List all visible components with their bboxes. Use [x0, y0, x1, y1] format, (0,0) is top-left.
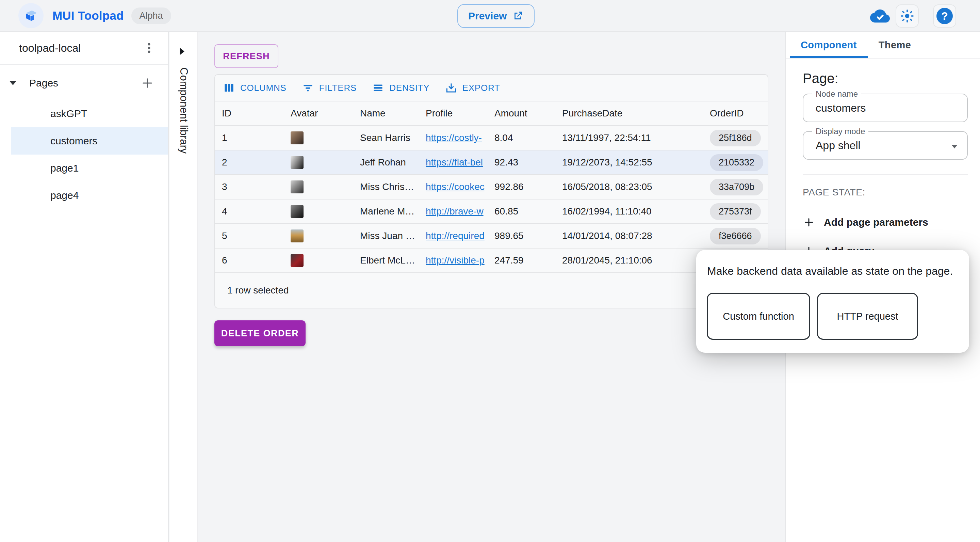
caret-right-icon[interactable]: [180, 48, 185, 55]
selection-status: 1 row selected: [227, 285, 289, 296]
help-icon: ?: [937, 8, 953, 24]
cell-amount: 8.04: [488, 132, 555, 143]
avatar: [291, 254, 304, 267]
node-name-label: Node name: [812, 89, 861, 99]
add-page-parameters-button[interactable]: Add page parameters: [803, 216, 968, 228]
divider: [803, 174, 968, 175]
open-in-new-icon: [512, 10, 524, 22]
column-header-purchasedate[interactable]: PurchaseDate: [555, 108, 703, 119]
cell-amount: 247.59: [488, 255, 555, 266]
cell-purchasedate: 13/11/1997, 22:54:11: [555, 132, 703, 143]
toolpad-logo-icon: [18, 3, 43, 28]
http-request-button[interactable]: HTTP request: [817, 293, 918, 340]
order-id-chip: 2105332: [710, 154, 763, 171]
sidebar-item-askgpt[interactable]: askGPT: [11, 100, 168, 128]
order-id-chip: 33a709b: [710, 179, 763, 195]
profile-link[interactable]: https://flat-bel: [426, 157, 488, 168]
delete-order-button[interactable]: DELETE ORDER: [215, 320, 305, 346]
export-button-label: EXPORT: [463, 83, 500, 93]
inspector-tabs: Component Theme: [786, 32, 980, 59]
data-grid-footer: 1 row selected: [215, 273, 768, 308]
order-id-chip: 275373f: [710, 203, 761, 220]
column-header-name[interactable]: Name: [353, 108, 419, 119]
theme-toggle-button[interactable]: [896, 5, 919, 27]
version-badge: Alpha: [131, 8, 171, 24]
column-header-profile[interactable]: Profile: [419, 108, 488, 119]
profile-link[interactable]: https://costly-: [426, 132, 488, 143]
deploy-status-button[interactable]: [870, 6, 890, 26]
help-glyph: ?: [941, 10, 948, 22]
popover-title: Make backend data available as state on …: [707, 265, 953, 277]
display-mode-select[interactable]: Display mode App shell: [803, 131, 968, 160]
cell-name: Miss Juan …: [353, 231, 419, 241]
columns-button[interactable]: COLUMNS: [223, 81, 286, 94]
sidebar-item-page4[interactable]: page4: [11, 182, 168, 209]
pages-sidebar: toolpad-local Pages askGPT customers pag…: [0, 32, 169, 542]
density-icon: [372, 81, 385, 94]
table-row[interactable]: 6 Elbert McL… http://visible-p 247.59 28…: [215, 249, 768, 273]
profile-link[interactable]: http://visible-p: [426, 255, 488, 266]
cloud-check-icon: [870, 6, 890, 26]
profile-link[interactable]: http://required: [426, 231, 488, 241]
refresh-button[interactable]: REFRESH: [215, 44, 278, 68]
data-grid-header-row: ID Avatar Name Profile Amount PurchaseDa…: [215, 101, 768, 126]
column-header-amount[interactable]: Amount: [488, 108, 555, 119]
tab-theme[interactable]: Theme: [868, 32, 922, 58]
cell-name: Marlene M…: [353, 206, 419, 217]
profile-link[interactable]: https://cookec: [426, 182, 488, 192]
density-button-label: DENSITY: [389, 83, 430, 93]
mui-toolpad-editor: MUI Toolpad Alpha Preview: [0, 0, 980, 542]
cell-amount: 992.86: [488, 182, 555, 192]
order-id-chip: 25f186d: [710, 130, 761, 147]
preview-button-label: Preview: [468, 10, 507, 22]
project-header: toolpad-local: [0, 32, 168, 65]
cell-id: 2: [215, 157, 284, 168]
customers-data-grid[interactable]: COLUMNS FILTERS DENSITY: [215, 74, 768, 308]
tab-component[interactable]: Component: [790, 32, 868, 58]
cell-name: Elbert McL…: [353, 255, 419, 266]
pages-tree-header[interactable]: Pages: [0, 66, 168, 100]
table-row[interactable]: 1 Sean Harris https://costly- 8.04 13/11…: [215, 126, 768, 150]
add-page-parameters-label: Add page parameters: [824, 217, 928, 228]
cell-amount: 989.65: [488, 231, 555, 241]
profile-link[interactable]: http://brave-w: [426, 206, 488, 217]
cell-id: 4: [215, 206, 284, 217]
top-app-bar: MUI Toolpad Alpha Preview: [0, 0, 980, 32]
node-name-field[interactable]: Node name: [803, 94, 968, 122]
cell-purchasedate: 19/12/2073, 14:52:55: [555, 157, 703, 168]
table-row-selected[interactable]: 2 Jeff Rohan https://flat-bel 92.43 19/1…: [215, 150, 768, 175]
download-icon: [445, 81, 458, 94]
project-name: toolpad-local: [19, 42, 142, 54]
table-row[interactable]: 4 Marlene M… http://brave-w 60.85 16/02/…: [215, 199, 768, 224]
preview-button[interactable]: Preview: [457, 4, 535, 28]
density-button[interactable]: DENSITY: [372, 81, 430, 94]
sidebar-item-customers[interactable]: customers: [11, 128, 168, 155]
cell-id: 6: [215, 255, 284, 266]
page-heading: Page:: [803, 71, 968, 86]
component-library-panel[interactable]: Component library: [169, 32, 198, 542]
cell-name: Miss Chris…: [353, 182, 419, 192]
kebab-menu-icon[interactable]: [142, 41, 156, 55]
avatar: [291, 131, 304, 144]
inspector-content: Page: Node name Display mode App shell P…: [786, 71, 980, 257]
column-header-orderid[interactable]: OrderID: [703, 108, 768, 119]
table-row[interactable]: 3 Miss Chris… https://cookec 992.86 16/0…: [215, 175, 768, 199]
cell-purchasedate: 28/01/2045, 21:10:06: [555, 255, 703, 266]
column-header-avatar[interactable]: Avatar: [284, 108, 353, 119]
column-header-id[interactable]: ID: [215, 108, 284, 119]
caret-down-icon: [10, 81, 16, 85]
filters-button[interactable]: FILTERS: [301, 81, 357, 94]
avatar: [291, 180, 304, 193]
custom-function-button[interactable]: Custom function: [707, 293, 810, 340]
chevron-down-icon: [951, 145, 958, 148]
add-page-icon[interactable]: [140, 76, 154, 90]
table-row[interactable]: 5 Miss Juan … http://required 989.65 14/…: [215, 224, 768, 249]
cell-name: Jeff Rohan: [353, 157, 419, 168]
avatar: [291, 156, 304, 169]
cell-id: 1: [215, 132, 284, 143]
pages-section-label: Pages: [29, 77, 140, 89]
help-button[interactable]: ?: [933, 5, 956, 27]
plus-icon: [803, 216, 815, 228]
export-button[interactable]: EXPORT: [445, 81, 500, 94]
sidebar-item-page1[interactable]: page1: [11, 155, 168, 182]
